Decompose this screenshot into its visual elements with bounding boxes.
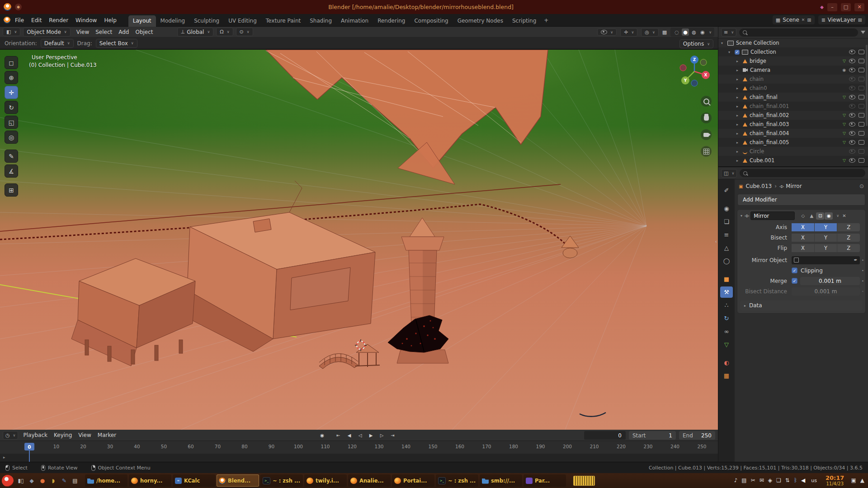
gizmos-selector[interactable]: ✛ ∨ bbox=[620, 28, 637, 37]
timeline-editor-selector[interactable]: ◷ ∨ bbox=[3, 431, 18, 440]
animate-dot[interactable]: • bbox=[862, 268, 864, 273]
properties-search[interactable] bbox=[740, 169, 865, 177]
viewport-menu-item[interactable]: Select bbox=[92, 28, 115, 36]
perspective-toggle[interactable] bbox=[701, 146, 712, 157]
scene-selector[interactable]: ▦ Scene ✕ ⊞ bbox=[773, 15, 815, 24]
hide-in-viewport-toggle[interactable] bbox=[849, 86, 855, 90]
shading-solid-button[interactable]: ● bbox=[682, 28, 689, 36]
menu-item[interactable]: File bbox=[11, 15, 28, 25]
outliner-row-chain-final-005[interactable]: ▸ ✓ chain_final.005 ▽ bbox=[718, 138, 868, 147]
panel-expand-icon[interactable]: ▲ bbox=[860, 477, 864, 483]
network-icon[interactable]: ⇅ bbox=[785, 477, 790, 483]
keyboard-layout-indicator[interactable]: us bbox=[809, 477, 819, 484]
hide-in-viewport-toggle[interactable] bbox=[849, 50, 855, 54]
outliner-row-chain-final-002[interactable]: ▸ ✓ chain_final.002 ▽ bbox=[718, 111, 868, 120]
disable-in-viewports-toggle[interactable] bbox=[859, 122, 864, 127]
outliner-row-chain[interactable]: ▸ ✓ chain bbox=[718, 75, 868, 84]
workspace-tab[interactable]: Compositing bbox=[410, 15, 453, 27]
outliner-row-camera[interactable]: ▸ ✓ Camera ◉ bbox=[718, 66, 868, 75]
timeline-menu-item[interactable]: Marker bbox=[94, 431, 119, 439]
viewport-menu-item[interactable]: View bbox=[73, 28, 92, 36]
outliner-search-input[interactable] bbox=[750, 29, 854, 36]
task-firefox-portai[interactable]: Portai... bbox=[392, 474, 434, 487]
workspace-tab[interactable]: Rendering bbox=[373, 15, 410, 27]
blender-menu-icon[interactable] bbox=[4, 17, 10, 23]
tool-move[interactable]: ✛ bbox=[5, 86, 18, 99]
properties-tab-tool[interactable]: ✐ bbox=[720, 185, 733, 196]
flip-toggle[interactable]: Z bbox=[837, 244, 860, 252]
bisect-toggle[interactable]: Y bbox=[815, 234, 838, 242]
disclosure-triangle[interactable]: ▸ bbox=[736, 95, 741, 99]
outliner-row-chain0[interactable]: ▸ ✓ chain0 bbox=[718, 84, 868, 93]
disclosure-triangle[interactable]: ▸ bbox=[736, 159, 741, 163]
outliner-editor-selector[interactable]: ≡ ∨ bbox=[721, 28, 736, 37]
flip-toggle[interactable]: X bbox=[792, 244, 815, 252]
menu-item[interactable]: Help bbox=[100, 15, 120, 25]
disclosure-triangle[interactable]: ▾ bbox=[728, 50, 732, 54]
properties-tab-constraints[interactable]: ∞ bbox=[720, 326, 733, 337]
jump-to-end-button[interactable]: ⇥ bbox=[388, 432, 397, 440]
menu-item[interactable]: Edit bbox=[28, 15, 45, 25]
task-firefox-analie[interactable]: Analie... bbox=[348, 474, 391, 487]
overlays-selector[interactable]: ◎ ∨ bbox=[641, 28, 658, 37]
digital-clock[interactable]: 20:17 11/4/23 bbox=[826, 475, 844, 486]
task-dolphin-smb[interactable]: smb://... bbox=[480, 474, 522, 487]
shading-rendered-button[interactable]: ◉ bbox=[699, 28, 706, 36]
properties-tab-render[interactable]: ◉ bbox=[720, 203, 733, 214]
properties-tab-object[interactable]: ■ bbox=[720, 273, 733, 285]
virtual-desktop-pager[interactable]: ▮▯ bbox=[16, 476, 25, 486]
viewport-menu-item[interactable]: Object bbox=[132, 28, 156, 36]
titlebar[interactable]: ✱ Blender [/home/amalie/Desktop/blender/… bbox=[0, 0, 868, 14]
outliner-scrollbar[interactable] bbox=[866, 45, 868, 126]
mirror-object-field[interactable]: ✒ bbox=[792, 256, 860, 264]
properties-tab-output[interactable]: ❏ bbox=[720, 216, 733, 227]
properties-search-input[interactable] bbox=[750, 170, 862, 177]
workspace-tab[interactable]: Geometry Nodes bbox=[453, 15, 508, 27]
hide-in-viewport-toggle[interactable] bbox=[849, 122, 855, 127]
tool-add-cube[interactable]: ⊞ bbox=[5, 183, 18, 197]
printer-icon[interactable]: ❏ bbox=[776, 477, 781, 483]
task-kcalc[interactable]: = KCalc bbox=[173, 474, 215, 487]
clipboard-icon[interactable]: ▤ bbox=[741, 477, 746, 483]
collection-checkbox[interactable]: ✓ bbox=[735, 50, 740, 55]
tool-annotate[interactable]: ✎ bbox=[5, 150, 18, 163]
mail-icon[interactable]: ✉ bbox=[760, 477, 764, 483]
volume-icon[interactable]: ◀ bbox=[801, 477, 805, 483]
task-firefox-horny[interactable]: horny... bbox=[129, 474, 171, 487]
hide-in-viewport-toggle[interactable] bbox=[849, 68, 855, 72]
outliner-row-chain-final-001[interactable]: ▸ ✓ chain_final.001 bbox=[718, 102, 868, 111]
tray-app-files[interactable]: ◆ bbox=[27, 476, 36, 486]
frame-start-field[interactable]: Start1 bbox=[629, 431, 676, 440]
merge-checkbox[interactable]: ✓ bbox=[792, 278, 797, 284]
animate-dot[interactable]: • bbox=[862, 258, 864, 263]
breadcrumb-object[interactable]: Cube.013 bbox=[745, 183, 772, 189]
properties-tab-modifiers[interactable]: ⚒ bbox=[720, 286, 733, 298]
hide-in-viewport-toggle[interactable] bbox=[849, 149, 855, 154]
modifier-on-cage-toggle[interactable]: ◇ bbox=[799, 212, 807, 220]
hide-in-viewport-toggle[interactable] bbox=[849, 77, 855, 81]
bisect-distance-field[interactable]: 0.001 m bbox=[792, 287, 860, 296]
disable-in-viewports-toggle[interactable] bbox=[859, 68, 864, 72]
viewlayer-selector[interactable]: ≣ ViewLayer ⊞ bbox=[818, 15, 865, 24]
xray-toggle[interactable]: ▩ bbox=[662, 29, 667, 35]
properties-tab-physics[interactable]: ↻ bbox=[720, 313, 733, 324]
disclosure-triangle[interactable]: ▾ bbox=[721, 41, 725, 45]
outliner-row-chain-final[interactable]: ▸ ✓ chain_final ▽ bbox=[718, 93, 868, 102]
editor-type-selector[interactable]: ◧ ∨ bbox=[3, 28, 20, 36]
add-workspace-button[interactable]: + bbox=[541, 17, 552, 23]
timeline-menu-item[interactable]: View bbox=[75, 431, 94, 439]
task-par[interactable]: Par... bbox=[524, 474, 566, 487]
axis-toggle[interactable]: Y bbox=[815, 223, 838, 231]
hide-in-viewport-toggle[interactable] bbox=[849, 113, 855, 117]
properties-tab-texture[interactable]: ▦ bbox=[720, 370, 733, 381]
outliner-row-chain-final-004[interactable]: ▸ ✓ chain_final.004 ▽ bbox=[718, 129, 868, 138]
pin-icon[interactable]: ⊙ bbox=[859, 183, 864, 189]
prev-keyframe-button[interactable]: ◀ bbox=[344, 432, 354, 440]
disclosure-triangle[interactable]: ▸ bbox=[736, 104, 741, 108]
disable-in-viewports-toggle[interactable] bbox=[859, 131, 864, 136]
modifier-name-field[interactable] bbox=[750, 211, 795, 220]
properties-tab-view-layer[interactable]: ≡ bbox=[720, 229, 733, 240]
task-firefox-twily[interactable]: twily.i... bbox=[304, 474, 347, 487]
options-selector[interactable]: Options ∨ bbox=[679, 39, 713, 48]
close-button[interactable]: ✕ bbox=[854, 3, 864, 11]
